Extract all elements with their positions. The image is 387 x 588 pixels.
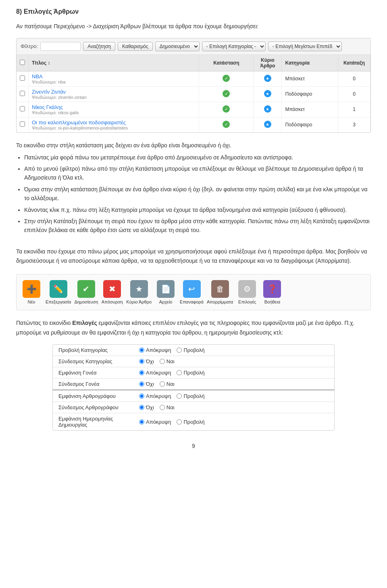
- radio-option-ochi[interactable]: Όχι: [139, 358, 154, 364]
- action-button-βοήθεια[interactable]: ❓ Βοήθεια: [261, 280, 283, 304]
- radio-input[interactable]: [177, 419, 182, 425]
- clear-button[interactable]: Καθαρισμός: [118, 42, 153, 51]
- col-category[interactable]: Κατηγορία: [282, 55, 338, 71]
- action-btn-label: Επιλογές: [238, 299, 256, 304]
- radio-input[interactable]: [139, 381, 144, 387]
- radio-option-ochi[interactable]: Όχι: [139, 404, 154, 410]
- radio-input[interactable]: [177, 370, 182, 375]
- row-checkbox[interactable]: [20, 121, 25, 127]
- col-checkbox: [17, 55, 29, 71]
- row-checkbox-cell: [17, 86, 29, 102]
- col-rank[interactable]: Κατάταξη: [338, 55, 370, 71]
- action-button-επαναφορά[interactable]: ↩ Επαναφορά: [180, 280, 204, 304]
- row-checkbox[interactable]: [20, 91, 25, 96]
- action-btn-icon: 📄: [157, 280, 175, 298]
- row-status-cell: [199, 86, 254, 102]
- row-status-cell: [199, 102, 254, 117]
- action-button-κύριο-άρθρο[interactable]: ★ Κύριο Άρθρο: [126, 280, 152, 304]
- action-btn-label: Επεξεργασία: [46, 299, 71, 304]
- radio-input[interactable]: [177, 347, 182, 353]
- search-button[interactable]: Αναζήτηση: [83, 42, 115, 51]
- option-radios-cell: Όχι Ναι: [133, 402, 334, 413]
- table-row: NBA Ψευδώνυμο: nba Μπάσκετ 0: [17, 71, 370, 86]
- p8-bold: Επιλογές: [72, 320, 97, 326]
- radio-option-apokrypsi[interactable]: Απόκρυψη: [139, 393, 171, 399]
- article-pseudo: Ψευδώνυμο: oi-pio-kalopliromenoi-podosfa…: [32, 126, 196, 130]
- options-row: Προβολή Κατηγορίας Απόκρυψη Προβολή: [53, 345, 334, 356]
- filter-input[interactable]: [40, 42, 81, 51]
- article-title[interactable]: NBA: [32, 73, 196, 80]
- action-btn-label: Απορρίμματα: [207, 299, 233, 304]
- row-checkbox[interactable]: [20, 75, 25, 81]
- radio-input[interactable]: [139, 419, 144, 425]
- article-title[interactable]: Οι πιο καλοπληρωμένοι ποδοσφαιριστές: [32, 119, 196, 126]
- radio-option-provoli[interactable]: Προβολή: [177, 370, 204, 376]
- radio-input[interactable]: [139, 405, 144, 410]
- article-title[interactable]: Ζινεντίν Ζιντάν: [32, 89, 196, 95]
- article-title[interactable]: Νίκος Γκάλης: [32, 104, 196, 110]
- action-button-νέο[interactable]: ➕ Νέο: [21, 280, 42, 304]
- radio-option-nai[interactable]: Ναι: [160, 404, 175, 410]
- status-check-icon[interactable]: [223, 75, 230, 82]
- bullet-6: Στην στήλη Κατάταξη βλέπουμε τη σειρά πο…: [24, 217, 371, 235]
- col-title[interactable]: Τίτλος ↕: [29, 55, 199, 71]
- action-button-δημοσίευση[interactable]: ✔ Δημοσίευση: [74, 280, 98, 304]
- status-check-icon[interactable]: [223, 105, 230, 113]
- radio-input[interactable]: [160, 359, 165, 364]
- category-select[interactable]: - Επιλογή Κατηγορίας -: [202, 42, 266, 51]
- radio-option-provoli[interactable]: Προβολή: [177, 419, 204, 425]
- row-main-cell: [254, 86, 282, 102]
- radio-option-provoli[interactable]: Προβολή: [177, 347, 204, 353]
- radio-option-apokrypsi[interactable]: Απόκρυψη: [139, 419, 171, 425]
- main-article-star-icon[interactable]: [264, 75, 271, 82]
- main-article-star-icon[interactable]: [264, 121, 271, 128]
- radio-option-apokrypsi[interactable]: Απόκρυψη: [139, 370, 171, 376]
- action-btn-icon: ✏️: [50, 280, 67, 298]
- article-pseudo: Ψευδώνυμο: zinentin-zintan: [32, 95, 196, 100]
- action-button-επιλογές[interactable]: ⚙ Επιλογές: [236, 280, 258, 304]
- radio-option-ochi[interactable]: Όχι: [139, 381, 154, 387]
- heading-number: 8): [16, 8, 22, 15]
- radio-option-nai[interactable]: Ναι: [160, 381, 175, 387]
- row-checkbox[interactable]: [20, 106, 25, 111]
- row-checkbox-cell: [17, 117, 29, 132]
- status-select[interactable]: Δημοσιευμένο: [155, 42, 200, 51]
- row-title-cell: Οι πιο καλοπληρωμένοι ποδοσφαιριστές Ψευ…: [29, 117, 199, 132]
- row-status-cell: [199, 71, 254, 86]
- radio-input[interactable]: [177, 393, 182, 399]
- radio-input[interactable]: [139, 370, 144, 375]
- option-label: Σύνδεσμος Γονέα: [53, 378, 133, 390]
- status-check-icon[interactable]: [223, 121, 230, 128]
- options-row: Εμφάνιση Αρθρογράφου Απόκρυψη Προβολή: [53, 391, 334, 402]
- select-all-checkbox[interactable]: [20, 60, 25, 65]
- col-main-article: Κύριο Άρθρο: [254, 55, 282, 71]
- option-radios-cell: Απόκρυψη Προβολή: [133, 367, 334, 378]
- status-check-icon[interactable]: [223, 90, 230, 97]
- option-radios-cell: Όχι Ναι: [133, 356, 334, 367]
- row-category-cell: Μπάσκετ: [282, 102, 338, 117]
- p8-prefix: Πατώντας το εικονίδιο: [16, 320, 72, 326]
- radio-option-provoli[interactable]: Προβολή: [177, 393, 204, 399]
- radio-input[interactable]: [160, 405, 165, 410]
- row-rank-cell: 0: [338, 86, 370, 102]
- radio-input[interactable]: [160, 381, 165, 387]
- radio-option-apokrypsi[interactable]: Απόκρυψη: [139, 347, 171, 353]
- radio-option-nai[interactable]: Ναι: [160, 358, 175, 364]
- main-article-star-icon[interactable]: [264, 105, 271, 113]
- radio-input[interactable]: [139, 359, 144, 364]
- radio-input[interactable]: [139, 393, 144, 399]
- section-heading: 8) Επιλογές Άρθρων Αν πατήσουμε Περιεχόμ…: [16, 8, 371, 31]
- action-button-απόσυρση[interactable]: ✖ Απόσυρση: [101, 280, 123, 304]
- bullet-3: Από το μενού (φίλτρο) πάνω από την στήλη…: [24, 164, 371, 182]
- main-article-star-icon[interactable]: [264, 90, 271, 97]
- action-button-επεξεργασία[interactable]: ✏️ Επεξεργασία: [46, 280, 71, 304]
- action-btn-label: Νέο: [28, 299, 35, 304]
- option-label: Σύνδεσμος Κατηγορίας: [53, 356, 133, 367]
- action-button-αρχείο[interactable]: 📄 Αρχείο: [155, 280, 177, 304]
- option-label: Εμφάνιση Αρθρογράφου: [53, 391, 133, 402]
- action-btn-icon: 🗑: [211, 280, 229, 298]
- options-row: Σύνδεσμος Γονέα Όχι Ναι: [53, 378, 334, 390]
- maxitems-select[interactable]: - Επιλογή Μεγίστων Επιπέδ: [268, 42, 342, 51]
- radio-input[interactable]: [139, 347, 144, 353]
- action-button-απορρίμματα[interactable]: 🗑 Απορρίμματα: [207, 280, 233, 304]
